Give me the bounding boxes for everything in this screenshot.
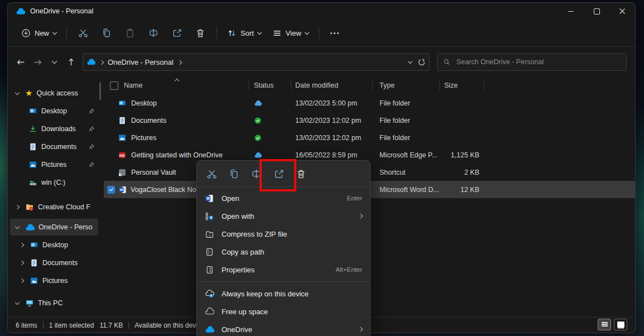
file-row-pictures[interactable]: Pictures 13/02/2023 12:02 pm File folder bbox=[104, 129, 635, 146]
recent-locations-button[interactable] bbox=[46, 54, 63, 70]
menu-item-copy-as-path[interactable]: Copy as path bbox=[197, 243, 370, 261]
arrow-up-icon bbox=[66, 57, 76, 67]
desktop-icon bbox=[28, 107, 37, 116]
copy-quick-button[interactable] bbox=[223, 162, 245, 185]
sidebar-item-onedrive-personal[interactable]: OneDrive - Perso bbox=[10, 219, 98, 236]
sort-button[interactable]: Sort bbox=[222, 25, 267, 42]
sidebar-scrollbar[interactable] bbox=[99, 82, 101, 100]
file-name: Desktop bbox=[131, 99, 157, 107]
sidebar-item-onedrive-documents[interactable]: Documents bbox=[10, 255, 98, 271]
menu-item-properties[interactable]: Properties Alt+Enter bbox=[197, 261, 370, 279]
sidebar-item-label: Downloads bbox=[41, 125, 76, 133]
details-view-icon bbox=[602, 322, 608, 327]
close-button[interactable] bbox=[609, 3, 635, 20]
file-row-desktop[interactable]: Desktop 13/02/2023 5:00 pm File folder bbox=[104, 94, 635, 112]
file-type: Shortcut bbox=[373, 164, 440, 181]
selection-summary: 1 item selected bbox=[49, 321, 94, 329]
copy-button[interactable] bbox=[95, 23, 118, 43]
breadcrumb-location[interactable]: OneDrive - Personal bbox=[108, 58, 174, 66]
back-button[interactable] bbox=[12, 54, 29, 70]
plus-circle-icon bbox=[21, 28, 31, 38]
file-name: VogaCloset Black Nover bbox=[131, 186, 206, 194]
up-button[interactable] bbox=[63, 54, 79, 70]
selection-size: 11.7 KB bbox=[99, 321, 123, 329]
cut-quick-button[interactable] bbox=[200, 162, 223, 185]
pin-icon bbox=[88, 143, 95, 150]
chevron-down-icon bbox=[52, 30, 57, 34]
star-icon: ★ bbox=[25, 88, 32, 98]
sidebar-item-creative-cloud[interactable]: Creative Cloud F bbox=[10, 199, 98, 215]
details-view-toggle[interactable] bbox=[598, 319, 611, 330]
paste-button[interactable] bbox=[118, 23, 142, 43]
file-name: Getting started with OneDrive bbox=[131, 151, 223, 159]
rename-button[interactable] bbox=[142, 23, 165, 43]
sidebar-item-label: Documents bbox=[42, 259, 78, 267]
window-title: OneDrive - Personal bbox=[30, 7, 93, 15]
creative-cloud-folder-icon bbox=[25, 203, 34, 212]
new-button[interactable]: New bbox=[16, 25, 62, 42]
see-more-button[interactable] bbox=[324, 32, 345, 34]
item-count: 6 items bbox=[16, 321, 37, 329]
sidebar-item-pictures[interactable]: Pictures bbox=[10, 156, 98, 173]
search-box[interactable] bbox=[437, 53, 627, 71]
sidebar-item-onedrive-pictures[interactable]: Pictures bbox=[10, 272, 98, 289]
minimize-button[interactable] bbox=[558, 3, 584, 20]
column-header-status[interactable]: Status bbox=[249, 76, 291, 94]
sidebar-item-desktop[interactable]: Desktop bbox=[10, 103, 98, 119]
menu-item-open-with[interactable]: Open with bbox=[197, 207, 370, 225]
submenu-chevron-icon bbox=[358, 327, 363, 332]
sidebar-item-downloads[interactable]: Downloads bbox=[10, 121, 98, 137]
row-checkbox-checked[interactable] bbox=[107, 186, 115, 194]
maximize-icon bbox=[594, 8, 600, 15]
column-header-name[interactable]: Name bbox=[104, 76, 249, 94]
menu-item-label: Properties bbox=[222, 266, 254, 274]
pictures-icon bbox=[30, 276, 39, 285]
share-icon bbox=[172, 28, 182, 38]
close-icon bbox=[619, 8, 626, 15]
search-input[interactable] bbox=[455, 57, 621, 66]
sidebar-item-this-pc[interactable]: This PC bbox=[10, 295, 98, 311]
chevron-right-icon bbox=[20, 261, 24, 265]
search-icon bbox=[443, 58, 450, 66]
sidebar-item-documents[interactable]: Documents bbox=[10, 138, 98, 155]
column-header-size[interactable]: Size bbox=[440, 76, 484, 94]
menu-item-always-keep[interactable]: Always keep on this device bbox=[197, 285, 370, 303]
cut-button[interactable] bbox=[71, 23, 95, 43]
menu-item-onedrive[interactable]: OneDrive bbox=[197, 320, 370, 336]
view-button[interactable]: View bbox=[267, 25, 314, 42]
file-size: 1,125 KB bbox=[440, 146, 484, 164]
zip-folder-icon bbox=[205, 229, 214, 239]
menu-item-free-up-space[interactable]: Free up space bbox=[197, 303, 370, 320]
menu-item-open[interactable]: W Open Enter bbox=[197, 189, 370, 207]
sidebar-item-onedrive-desktop[interactable]: Desktop bbox=[10, 237, 98, 253]
menu-shortcut: Enter bbox=[347, 195, 363, 201]
chevron-down-icon bbox=[15, 300, 20, 304]
address-bar[interactable]: OneDrive - Personal bbox=[83, 53, 430, 71]
column-header-date[interactable]: Date modified bbox=[291, 76, 373, 94]
cloud-status-icon bbox=[254, 151, 262, 159]
share-button[interactable] bbox=[165, 23, 189, 43]
column-header-type[interactable]: Type bbox=[373, 76, 440, 94]
address-dropdown-icon[interactable] bbox=[408, 59, 412, 63]
rename-icon bbox=[148, 28, 158, 38]
chevron-right-icon bbox=[15, 205, 20, 209]
pin-icon bbox=[88, 126, 95, 132]
sidebar-item-quick-access[interactable]: ★ Quick access bbox=[10, 85, 98, 102]
refresh-icon[interactable] bbox=[417, 58, 426, 66]
chevron-right-icon bbox=[20, 243, 24, 247]
breadcrumb-chevron-icon bbox=[99, 60, 104, 64]
svg-text:W: W bbox=[206, 196, 210, 200]
file-type: File folder bbox=[373, 94, 440, 112]
menu-shortcut: Alt+Enter bbox=[335, 266, 362, 273]
menu-item-compress-zip[interactable]: Compress to ZIP file bbox=[197, 225, 370, 243]
delete-button[interactable] bbox=[189, 23, 212, 43]
select-all-checkbox[interactable] bbox=[110, 81, 118, 90]
maximize-button[interactable] bbox=[584, 3, 609, 20]
sidebar-item-win-c[interactable]: win (C:) bbox=[10, 174, 98, 191]
copy-icon bbox=[229, 169, 239, 179]
sidebar-item-label: Desktop bbox=[41, 107, 67, 115]
large-icons-view-toggle[interactable] bbox=[614, 319, 627, 330]
file-row-documents[interactable]: Documents 13/02/2023 12:02 pm File folde… bbox=[104, 112, 635, 129]
forward-button[interactable] bbox=[29, 54, 46, 70]
file-date: 13/02/2023 12:02 pm bbox=[291, 129, 373, 146]
